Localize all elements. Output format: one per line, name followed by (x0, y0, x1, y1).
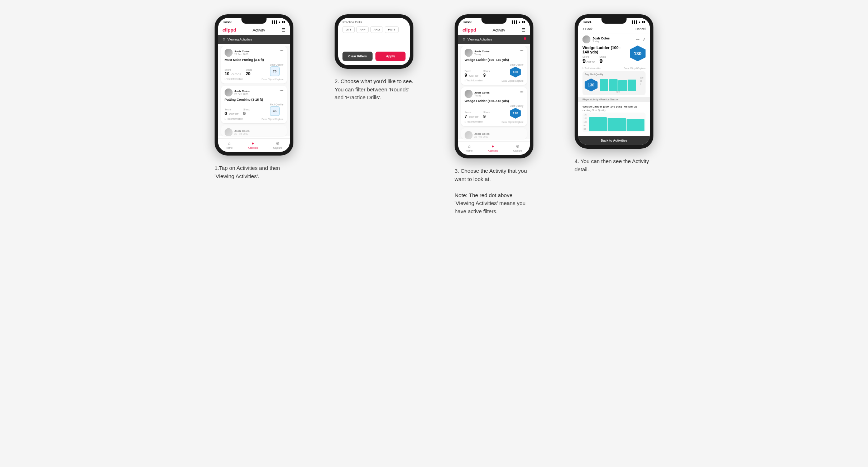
score-value-3-1: 9 (465, 73, 467, 78)
score-value-1-1: 10 (225, 71, 229, 76)
avatar-1-2 (225, 89, 232, 96)
activity-item-3-2[interactable]: Josh Coles Today ••• Wedge Ladder (100–1… (461, 87, 527, 126)
bar-1-4 (600, 79, 608, 91)
phone-2-screen: 13:21 ▐▐▐ ▲ ▮▮ clippd Activity ☰ ⚙ Vie (338, 18, 410, 65)
avg-hex-4: 130 (585, 78, 598, 91)
phone-1-screen: 13:20 ▐▐▐ ▲ ▮▮ clippd Activity ☰ ⚙ Vie (218, 18, 290, 152)
shots-col-3-2: Shots 9 (483, 111, 490, 119)
nav-activities-1[interactable]: ♦ Activities (248, 141, 258, 149)
more-dots-1-1[interactable]: ••• (279, 49, 283, 53)
user-date-3-2: Today (474, 94, 490, 97)
test-info-1-2: ℹ Test Information (225, 118, 243, 120)
more-dots-1-2[interactable]: ••• (279, 89, 283, 92)
activity-item-1-1[interactable]: Josh Coles 28 Feb 2023 ••• Must Make Put… (221, 46, 287, 84)
data-info-3-1: Data: Clippd Capture (502, 80, 523, 82)
player-activity-label-4: Player Activity • Practice Session (582, 98, 619, 101)
y-label-50: 50 (640, 80, 643, 82)
shots-label-3-1: Shots (483, 70, 490, 72)
activities-icon-3: ♦ (492, 144, 494, 149)
activity-item-1-3[interactable]: Josh Coles 28 Feb 2023 (221, 125, 287, 136)
caption-3: 3. Choose the Activity that you want to … (455, 167, 533, 215)
sq-label-1-1: Shot Quality (270, 63, 283, 66)
sq-badge-1-1: 75 (270, 66, 280, 76)
score-col-3-1: Score 9 OUT OF (465, 70, 480, 78)
sq-col-1-1: Shot Quality 75 (270, 63, 283, 76)
nav-activities-3[interactable]: ♦ Activities (488, 144, 498, 152)
phone-1: 13:20 ▐▐▐ ▲ ▮▮ clippd Activity ☰ ⚙ Vie (215, 14, 293, 156)
signal-icon-1: ▐▐▐ (271, 20, 277, 24)
phone-2: 13:21 ▐▐▐ ▲ ▮▮ clippd Activity ☰ ⚙ Vie (335, 14, 413, 69)
apply-btn-2[interactable]: Apply (375, 52, 406, 61)
user-date-3-1: Today (474, 53, 490, 56)
drill-tag-putt-2[interactable]: PUTT (385, 26, 399, 33)
phone-column-4: 13:21 ▐▐▐ ▲ ▮▮ < Back Cancel (561, 14, 667, 215)
avatar-3-3 (465, 131, 473, 139)
wifi-icon-1: ▲ (278, 20, 281, 24)
stats-row-1-1: Score 10 OUT OF Shots 20 (225, 63, 283, 76)
sq-hex-3-2: 118 (510, 108, 521, 119)
outof-3-1: OUT OF (469, 75, 479, 77)
back-to-activities-btn-4[interactable]: Back to Activities (578, 136, 650, 145)
user-name-3-3: Josh Coles (474, 132, 490, 135)
detail-header-4: < Back Cancel (578, 25, 650, 33)
activity-item-3-3[interactable]: Josh Coles 28 Feb 2023 (461, 128, 527, 139)
nav-capture-1[interactable]: ⊕ Capture (273, 141, 282, 149)
activity-footer-1-1: ℹ Test Information Data: Clippd Capture (225, 78, 283, 81)
chart2-bar-3 (627, 119, 644, 131)
detail-title-4: Wedge Ladder (100–140 yds) (582, 46, 627, 54)
more-dots-3-1[interactable]: ••• (519, 49, 523, 53)
nav-activities-label-1: Activities (248, 147, 258, 149)
caption-4: 4. You can then see the Activity detail. (575, 157, 653, 173)
activities-icon-1: ♦ (252, 141, 254, 146)
detail-content-4: Wedge Ladder (100–140 yds) Score 9 OUT O… (578, 46, 650, 95)
filter-icon-1: ⚙ (222, 38, 225, 41)
activity-list-3: Josh Coles Today ••• Wedge Ladder (100–1… (458, 46, 530, 139)
drill-tag-ott-2[interactable]: OTT (342, 26, 355, 33)
second-chart-4: 1401201008060 (582, 113, 646, 132)
viewing-bar-1[interactable]: ⚙ Viewing Activities (218, 35, 290, 44)
phone-column-1: 13:20 ▐▐▐ ▲ ▮▮ clippd Activity ☰ ⚙ Vie (201, 14, 307, 215)
expand-icon-4[interactable]: ⤢ (642, 37, 646, 42)
sq-value-3-1: 130 (513, 70, 518, 74)
nav-home-1[interactable]: ⌂ Home (226, 141, 232, 149)
nav-home-3[interactable]: ⌂ Home (466, 144, 473, 152)
avg-sq-label-4: Avg Shot Quality (585, 73, 643, 76)
cancel-btn-4[interactable]: Cancel (636, 27, 646, 31)
activity-item-1-2[interactable]: Josh Coles 28 Feb 2023 ••• Putting Combi… (221, 86, 287, 123)
phone-4: 13:21 ▐▐▐ ▲ ▮▮ < Back Cancel (575, 14, 653, 149)
user-row-4: Josh Coles Today ✏ ⤢ (578, 33, 650, 46)
sq-col-3-2: Shot Quality 118 (510, 105, 523, 119)
sq-hex-3-1: 130 (510, 67, 521, 77)
edit-icon-4[interactable]: ✏ (636, 37, 639, 42)
shots-col-1-2: Shots 9 (243, 108, 250, 116)
status-icons-3: ▐▐▐ ▲ ▮▮ (511, 20, 525, 24)
user-meta-3-1: Josh Coles Today (474, 50, 490, 56)
caption-2: 2. Choose what you'd like to see. You ca… (335, 77, 413, 102)
activity-item-3-1[interactable]: Josh Coles Today ••• Wedge Ladder (100–1… (461, 46, 527, 85)
user-info-1-1: Josh Coles 28 Feb 2023 (225, 49, 250, 57)
sq-label-3-2: Shot Quality (510, 105, 523, 107)
menu-icon-1[interactable]: ☰ (282, 28, 286, 33)
home-icon-1: ⌂ (228, 141, 230, 146)
data-info-1-2: Data: Clippd Capture (262, 118, 283, 120)
menu-icon-3[interactable]: ☰ (522, 28, 526, 33)
clear-filters-btn-2[interactable]: Clear Filters (342, 52, 373, 61)
drill-tag-arg-2[interactable]: ARG (370, 26, 383, 33)
shots-col-3-1: Shots 9 (483, 70, 490, 78)
nav-home-label-1: Home (226, 147, 232, 149)
drill-tags-2: OTT APP ARG PUTT (342, 26, 406, 33)
outof-1-1: OUT OF (231, 73, 241, 76)
back-btn-4[interactable]: < Back (582, 27, 593, 31)
drill-tag-app-2[interactable]: APP (356, 26, 369, 33)
home-icon-3: ⌂ (468, 144, 470, 149)
user-meta-1-1: Josh Coles 28 Feb 2023 (234, 50, 250, 56)
avatar-4 (582, 35, 590, 43)
user-meta-1-3: Josh Coles 28 Feb 2023 (234, 129, 250, 135)
viewing-bar-3[interactable]: ⚙ Viewing Activities (458, 35, 530, 44)
chart2-bar-1 (589, 117, 607, 131)
more-dots-3-2[interactable]: ••• (519, 90, 523, 94)
user-name-3-1: Josh Coles (474, 50, 490, 53)
shots-value-1-1: 20 (246, 71, 250, 76)
nav-capture-3[interactable]: ⊕ Capture (513, 144, 522, 152)
viewing-bar-text-1: Viewing Activities (227, 38, 252, 41)
